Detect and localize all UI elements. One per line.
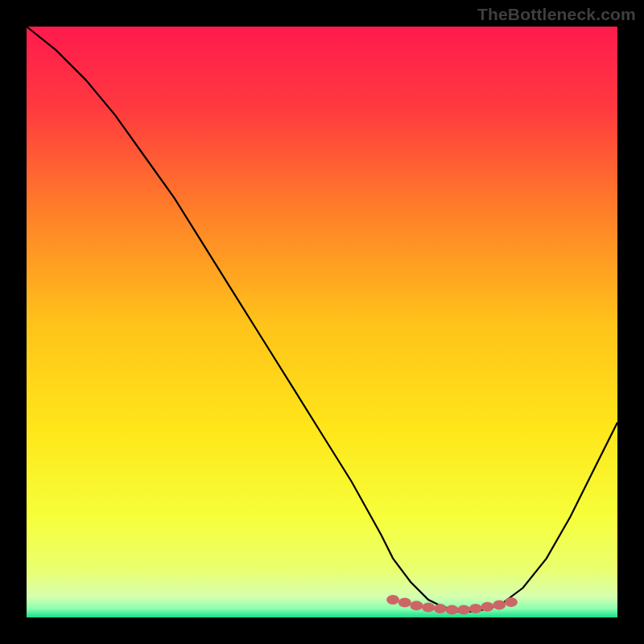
- optimal-marker-dot: [457, 605, 470, 615]
- optimal-marker-dot: [469, 604, 482, 613]
- optimal-marker-dot: [481, 602, 494, 612]
- bottleneck-chart: [0, 0, 644, 644]
- optimal-marker-dot: [422, 603, 435, 613]
- optimal-marker-dot: [410, 601, 423, 610]
- optimal-marker-dot: [398, 598, 411, 608]
- optimal-marker-dot: [505, 597, 518, 607]
- optimal-marker-dot: [386, 595, 399, 605]
- optimal-marker-dot: [434, 604, 447, 613]
- chart-container: TheBottleneck.com: [0, 0, 644, 644]
- optimal-marker-dot: [446, 605, 459, 615]
- optimal-marker-dot: [493, 601, 506, 610]
